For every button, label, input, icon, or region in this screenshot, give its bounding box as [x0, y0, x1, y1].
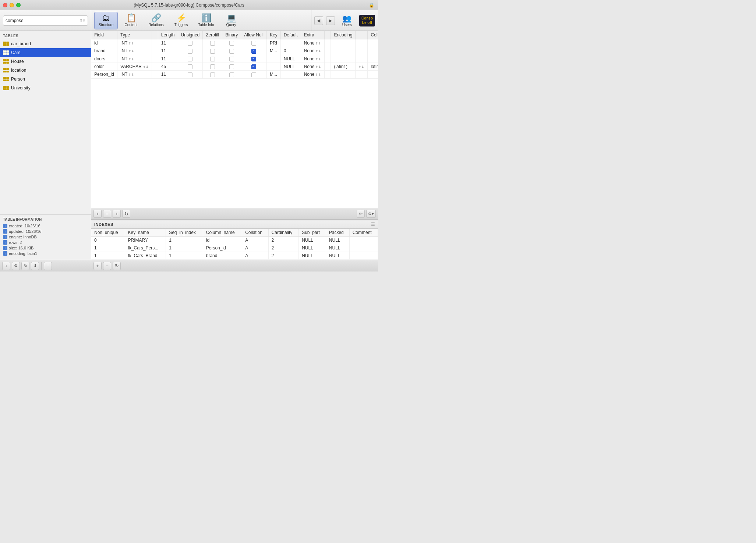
content-button[interactable]: 📋 Content	[119, 12, 143, 29]
col-header-allownull[interactable]: Allow Null	[241, 31, 267, 39]
table-row[interactable]: colorVARCHAR⬆⬇45NULLNone⬆⬇(latin1)⬆⬇lati…	[91, 63, 378, 70]
settings-button[interactable]: ⚙	[12, 262, 20, 270]
sidebar-item-University[interactable]: University	[0, 84, 91, 92]
col-header-type[interactable]: Type	[117, 31, 152, 39]
allow-null-checkbox[interactable]	[251, 57, 256, 61]
allow-null[interactable]	[241, 39, 267, 47]
tableinfo-button[interactable]: ℹ️ Table Info	[194, 12, 218, 29]
col-header-unsigned[interactable]: Unsigned	[178, 31, 203, 39]
toggle-button[interactable]: ⋮⋮⋮	[44, 262, 52, 270]
zerofill[interactable]	[203, 47, 222, 55]
triggers-button[interactable]: ⚡ Triggers	[169, 12, 193, 29]
col-header-binary[interactable]: Binary	[222, 31, 241, 39]
nav-back-button[interactable]: ◀	[314, 16, 323, 25]
col-header-extra[interactable]: Extra	[301, 31, 325, 39]
binary[interactable]	[222, 63, 241, 70]
export-button[interactable]: ⬇	[31, 262, 39, 270]
unsigned[interactable]	[178, 47, 203, 55]
refresh-sidebar-button[interactable]: ↻	[21, 262, 29, 270]
idx-col-non-unique[interactable]: Non_unique	[91, 229, 125, 237]
unsigned-checkbox[interactable]	[188, 64, 192, 69]
console-button[interactable]: Conso Le off	[359, 15, 375, 26]
table-row[interactable]: doorsINT⬆⬇11NULLNone⬆⬇	[91, 55, 378, 63]
query-button[interactable]: 💻 Query	[219, 12, 243, 29]
zerofill-checkbox[interactable]	[210, 64, 215, 69]
refresh-index-button[interactable]: ↻	[113, 262, 121, 270]
allow-null-checkbox[interactable]	[251, 72, 256, 77]
index-row[interactable]: 1fk_Cars_Pers...1Person_idA2NULLNULL	[91, 244, 378, 252]
sidebar-item-Cars[interactable]: Cars	[0, 48, 91, 57]
binary[interactable]	[222, 71, 241, 78]
unsigned[interactable]	[178, 71, 203, 78]
allow-null[interactable]	[241, 47, 267, 55]
structure-button[interactable]: 🗂 Structure	[94, 12, 118, 29]
zerofill[interactable]	[203, 63, 222, 70]
allow-null[interactable]	[241, 55, 267, 63]
table-row[interactable]: brandINT⬆⬇11M...0None⬆⬇	[91, 47, 378, 55]
binary-checkbox[interactable]	[229, 57, 234, 61]
binary-checkbox[interactable]	[229, 49, 234, 54]
unsigned-checkbox[interactable]	[188, 57, 192, 61]
binary-checkbox[interactable]	[229, 72, 234, 77]
col-header-collation[interactable]: Collation	[368, 31, 378, 39]
zerofill-checkbox[interactable]	[210, 72, 215, 77]
table-row[interactable]: Person_idINT⬆⬇11M...None⬆⬇	[91, 71, 378, 78]
remove-index-button[interactable]: −	[103, 262, 111, 270]
minimize-button[interactable]	[10, 3, 14, 7]
sidebar-item-House[interactable]: House	[0, 57, 91, 66]
allow-null-checkbox[interactable]	[251, 49, 256, 54]
unsigned-checkbox[interactable]	[188, 41, 192, 46]
idx-col-cardinality[interactable]: Cardinality	[268, 229, 299, 237]
remove-field-button[interactable]: −	[103, 210, 111, 218]
relations-button[interactable]: 🔗 Relations	[144, 12, 168, 29]
idx-col-key-name[interactable]: Key_name	[125, 229, 166, 237]
binary-checkbox[interactable]	[229, 41, 234, 46]
zerofill-checkbox[interactable]	[210, 41, 215, 46]
col-header-default[interactable]: Default	[280, 31, 301, 39]
unsigned[interactable]	[178, 63, 203, 70]
sidebar-item-location[interactable]: location	[0, 66, 91, 75]
refresh-structure-button[interactable]: ↻	[122, 210, 130, 218]
zerofill-checkbox[interactable]	[210, 49, 215, 54]
idx-col-seq[interactable]: Seq_in_index	[166, 229, 203, 237]
unsigned-checkbox[interactable]	[188, 49, 192, 54]
unsigned[interactable]	[178, 39, 203, 47]
idx-col-subpart[interactable]: Sub_part	[299, 229, 326, 237]
zerofill[interactable]	[203, 55, 222, 63]
nav-forward-button[interactable]: ▶	[326, 16, 335, 25]
zerofill[interactable]	[203, 39, 222, 47]
table-row[interactable]: idINT⬆⬇11PRINone⬆⬇	[91, 39, 378, 47]
col-header-zerofill[interactable]: Zerofill	[203, 31, 222, 39]
idx-col-comment[interactable]: Comment	[349, 229, 378, 237]
users-button[interactable]: 👥 Users	[338, 14, 356, 27]
idx-col-collation[interactable]: Collation	[242, 229, 268, 237]
db-selector-dropdown[interactable]: compose ⬆⬇	[3, 15, 88, 26]
sidebar-item-car_brand[interactable]: car_brand	[0, 39, 91, 48]
allow-null-checkbox[interactable]	[251, 64, 256, 69]
sidebar-item-Person[interactable]: Person	[0, 75, 91, 84]
col-header-field[interactable]: Field	[91, 31, 117, 39]
allow-null[interactable]	[241, 63, 267, 70]
allow-null[interactable]	[241, 71, 267, 78]
binary[interactable]	[222, 47, 241, 55]
index-row[interactable]: 0PRIMARY1idA2NULLNULL	[91, 237, 378, 244]
binary[interactable]	[222, 55, 241, 63]
unsigned[interactable]	[178, 55, 203, 63]
index-row[interactable]: 1fk_Cars_Brand1brandA2NULLNULL	[91, 252, 378, 260]
indexes-menu-icon[interactable]: ☰	[371, 222, 375, 227]
maximize-button[interactable]	[16, 3, 21, 7]
settings-field-button[interactable]: ⚙▾	[366, 210, 376, 218]
zerofill-checkbox[interactable]	[210, 57, 215, 61]
allow-null-checkbox[interactable]	[251, 41, 256, 46]
col-header-length[interactable]: Length	[158, 31, 178, 39]
close-button[interactable]	[3, 3, 7, 7]
col-header-encoding[interactable]: Encoding	[331, 31, 356, 39]
add-field-button[interactable]: +	[93, 210, 102, 218]
zerofill[interactable]	[203, 71, 222, 78]
edit-field-button[interactable]: ✏	[357, 210, 365, 218]
unsigned-checkbox[interactable]	[188, 72, 192, 77]
idx-col-column[interactable]: Column_name	[203, 229, 242, 237]
idx-col-packed[interactable]: Packed	[326, 229, 349, 237]
structure-table-wrapper[interactable]: Field Type Length Unsigned Zerofill Bina…	[91, 31, 378, 208]
binary-checkbox[interactable]	[229, 64, 234, 69]
